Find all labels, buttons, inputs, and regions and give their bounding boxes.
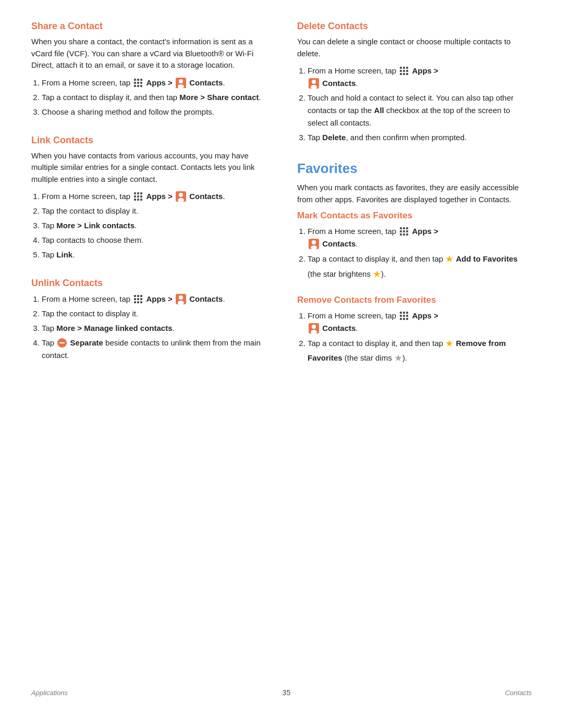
contacts-label: Contacts bbox=[189, 192, 223, 201]
svg-rect-45 bbox=[406, 73, 408, 75]
sub-section-mark-favorites: Mark Contacts as Favorites From a Home s… bbox=[297, 211, 532, 282]
svg-point-59 bbox=[312, 240, 316, 244]
svg-rect-14 bbox=[137, 192, 139, 194]
section-link-contacts: Link Contacts When you have contacts fro… bbox=[31, 135, 266, 262]
main-content: Share a Contact When you share a contact… bbox=[31, 21, 532, 678]
list-item: Touch and hold a contact to select it. Y… bbox=[308, 92, 532, 129]
svg-rect-26 bbox=[137, 295, 139, 297]
minus-icon bbox=[57, 338, 67, 348]
svg-rect-15 bbox=[140, 192, 142, 194]
list-item: Choose a sharing method and follow the p… bbox=[42, 106, 266, 118]
svg-rect-0 bbox=[134, 79, 136, 81]
list-item: From a Home screen, tap bbox=[42, 77, 266, 89]
svg-rect-62 bbox=[403, 312, 405, 314]
favorites-title: Favorites bbox=[297, 161, 532, 177]
footer-left: Applications bbox=[31, 689, 68, 697]
svg-rect-68 bbox=[403, 318, 405, 320]
svg-rect-6 bbox=[134, 85, 136, 87]
list-item: Tap a contact to display it, and then ta… bbox=[308, 337, 532, 367]
svg-point-11 bbox=[179, 79, 183, 83]
svg-rect-4 bbox=[137, 82, 139, 84]
list-item: Tap More > Manage linked contacts. bbox=[42, 322, 266, 335]
svg-rect-13 bbox=[134, 192, 136, 194]
star-full-icon: ★ bbox=[445, 336, 454, 351]
svg-rect-8 bbox=[140, 85, 142, 87]
svg-rect-16 bbox=[134, 195, 136, 198]
list-item: Tap contacts to choose them. bbox=[42, 234, 266, 246]
svg-point-47 bbox=[312, 80, 316, 84]
share-contact-title: Share a Contact bbox=[31, 21, 266, 32]
delete-contacts-steps: From a Home screen, tap bbox=[308, 65, 532, 144]
delete-contacts-title: Delete Contacts bbox=[297, 21, 532, 32]
list-item: From a Home screen, tap bbox=[308, 225, 532, 250]
star-dim-icon: ★ bbox=[394, 351, 402, 366]
svg-rect-38 bbox=[403, 67, 405, 69]
link-contacts-title: Link Contacts bbox=[31, 135, 266, 146]
svg-rect-51 bbox=[406, 227, 408, 229]
mark-favorites-steps: From a Home screen, tap bbox=[308, 225, 532, 282]
list-item: From a Home screen, tap bbox=[42, 293, 266, 305]
svg-rect-30 bbox=[140, 298, 142, 300]
contacts-icon bbox=[309, 78, 319, 89]
svg-rect-54 bbox=[406, 230, 408, 232]
svg-rect-31 bbox=[134, 301, 136, 303]
contacts-label: Contacts bbox=[189, 78, 223, 87]
svg-rect-57 bbox=[406, 233, 408, 236]
apps-icon bbox=[399, 227, 409, 236]
apps-label: Apps > bbox=[412, 311, 438, 320]
apps-label: Apps > bbox=[146, 78, 172, 87]
svg-rect-1 bbox=[137, 79, 139, 81]
svg-rect-32 bbox=[137, 301, 139, 303]
unlink-contacts-steps: From a Home screen, tap bbox=[42, 293, 266, 362]
list-item: Tap More > Link contacts. bbox=[42, 219, 266, 232]
svg-rect-40 bbox=[400, 70, 402, 72]
apps-label: Apps > bbox=[412, 227, 438, 236]
svg-point-71 bbox=[312, 325, 316, 329]
favorites-intro: When you mark contacts as favorites, the… bbox=[297, 182, 532, 205]
remove-favorites-steps: From a Home screen, tap bbox=[308, 310, 532, 367]
svg-rect-63 bbox=[406, 312, 408, 314]
contacts-icon bbox=[176, 191, 186, 202]
footer-page-number: 35 bbox=[283, 688, 291, 697]
svg-rect-19 bbox=[134, 199, 136, 201]
left-column: Share a Contact When you share a contact… bbox=[31, 21, 266, 678]
svg-rect-21 bbox=[140, 199, 142, 201]
svg-rect-65 bbox=[403, 315, 405, 317]
apps-label: Apps > bbox=[146, 294, 172, 303]
svg-rect-66 bbox=[406, 315, 408, 317]
svg-rect-41 bbox=[403, 70, 405, 72]
list-item: Tap Delete, and then confirm when prompt… bbox=[308, 131, 532, 144]
apps-icon bbox=[133, 192, 143, 201]
remove-favorites-title: Remove Contacts from Favorites bbox=[297, 295, 532, 305]
page: Share a Contact When you share a contact… bbox=[0, 0, 563, 728]
section-delete-contacts: Delete Contacts You can delete a single … bbox=[297, 21, 532, 144]
svg-rect-50 bbox=[403, 227, 405, 229]
apps-label: Apps > bbox=[146, 192, 172, 201]
svg-rect-55 bbox=[400, 233, 402, 236]
list-item: From a Home screen, tap bbox=[42, 190, 266, 203]
link-contacts-steps: From a Home screen, tap bbox=[42, 190, 266, 261]
section-share-contact: Share a Contact When you share a contact… bbox=[31, 21, 266, 118]
svg-rect-3 bbox=[134, 82, 136, 84]
link-contacts-intro: When you have contacts from various acco… bbox=[31, 150, 266, 186]
star-bright-icon: ★ bbox=[373, 267, 381, 282]
svg-rect-52 bbox=[400, 230, 402, 232]
svg-rect-20 bbox=[137, 199, 139, 201]
svg-rect-25 bbox=[134, 295, 136, 297]
sub-section-remove-favorites: Remove Contacts from Favorites From a Ho… bbox=[297, 295, 532, 367]
mark-favorites-title: Mark Contacts as Favorites bbox=[297, 211, 532, 221]
svg-rect-33 bbox=[140, 301, 142, 303]
apps-icon bbox=[399, 311, 409, 320]
apps-label: Apps > bbox=[412, 66, 438, 75]
svg-rect-44 bbox=[403, 73, 405, 75]
list-item: Tap a contact to display it, and then ta… bbox=[42, 91, 266, 104]
contacts-icon bbox=[309, 323, 319, 334]
svg-rect-67 bbox=[400, 318, 402, 320]
svg-rect-69 bbox=[406, 318, 408, 320]
section-unlink-contacts: Unlink Contacts From a Home screen, tap bbox=[31, 278, 266, 362]
svg-rect-61 bbox=[400, 312, 402, 314]
svg-rect-5 bbox=[140, 82, 142, 84]
list-item: Tap Separate beside contacts to unlink t… bbox=[42, 337, 266, 362]
contacts-label: Contacts bbox=[189, 294, 223, 303]
contacts-label: Contacts bbox=[322, 239, 356, 248]
